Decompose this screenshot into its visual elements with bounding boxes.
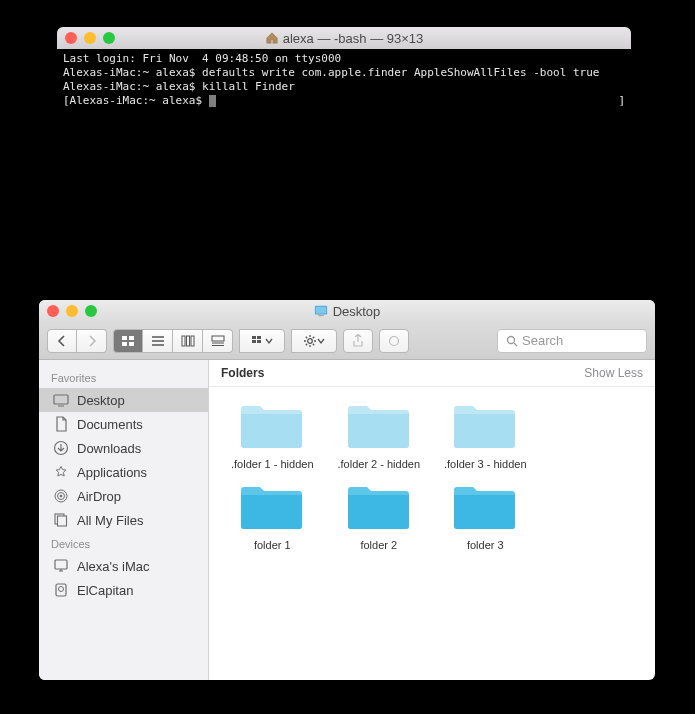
sidebar: Favorites Desktop Documents Downloads Ap… [39,360,209,680]
svg-rect-13 [257,336,261,339]
svg-point-22 [60,495,63,498]
folder-name: .folder 2 - hidden [337,458,420,470]
desktop-icon [53,392,69,408]
svg-point-27 [59,587,64,592]
folder-icon [450,480,520,535]
terminal-titlebar: alexa — -bash — 93×13 [57,27,631,49]
finder-titlebar: Desktop [39,300,655,322]
svg-rect-7 [182,336,185,346]
folder-icon [237,480,307,535]
finder-title: Desktop [39,304,655,319]
folder-icon [344,399,414,454]
terminal-body[interactable]: Last login: Fri Nov 4 09:48:50 on ttys00… [57,49,631,111]
folder-grid[interactable]: .folder 1 - hidden .folder 2 - hidden .f… [209,387,655,680]
svg-rect-24 [58,516,67,526]
gear-icon [303,334,317,348]
folder-item[interactable]: .folder 1 - hidden [219,399,326,470]
minimize-button[interactable] [66,305,78,317]
icon-view-button[interactable] [113,329,143,353]
list-icon [151,335,165,347]
sidebar-item-disk[interactable]: ElCapitan [39,578,208,602]
document-icon [53,416,69,432]
back-button[interactable] [47,329,77,353]
svg-rect-5 [122,342,127,346]
folder-item[interactable]: .folder 3 - hidden [432,399,539,470]
close-button[interactable] [65,32,77,44]
sidebar-item-allfiles[interactable]: All My Files [39,508,208,532]
folder-name: .folder 1 - hidden [231,458,314,470]
folder-icon [237,399,307,454]
finder-toolbar: Search [39,322,655,360]
sidebar-header-devices: Devices [39,532,208,554]
column-view-button[interactable] [173,329,203,353]
allfiles-icon [53,512,69,528]
chevron-down-icon [317,335,325,347]
share-icon [352,334,364,348]
svg-point-16 [390,336,399,345]
finder-window: Desktop Search Favorites [39,300,655,680]
close-button[interactable] [47,305,59,317]
zoom-button[interactable] [85,305,97,317]
sidebar-item-label: Alexa's iMac [77,559,150,574]
terminal-line: Alexas-iMac:~ alexa$ defaults write com.… [63,66,625,80]
svg-rect-11 [252,336,256,339]
arrange-segment [239,329,285,353]
list-view-button[interactable] [143,329,173,353]
folder-item[interactable]: folder 1 [219,480,326,551]
sidebar-item-imac[interactable]: Alexa's iMac [39,554,208,578]
tags-button[interactable] [379,329,409,353]
terminal-line: [Alexas-iMac:~ alexa$ ] [63,94,625,108]
show-less-button[interactable]: Show Less [584,366,643,380]
forward-button[interactable] [77,329,107,353]
terminal-window: alexa — -bash — 93×13 Last login: Fri No… [57,27,631,273]
sidebar-item-label: All My Files [77,513,143,528]
folder-item[interactable]: folder 2 [326,480,433,551]
svg-rect-0 [315,306,327,315]
sidebar-item-label: Desktop [77,393,125,408]
sidebar-item-desktop[interactable]: Desktop [39,388,208,412]
terminal-line: Last login: Fri Nov 4 09:48:50 on ttys00… [63,52,625,66]
columns-icon [181,335,195,347]
svg-rect-10 [212,336,224,341]
cursor [209,95,216,107]
svg-rect-4 [129,336,134,340]
svg-rect-6 [129,342,134,346]
sidebar-item-downloads[interactable]: Downloads [39,436,208,460]
terminal-line: Alexas-iMac:~ alexa$ killall Finder [63,80,625,94]
action-button[interactable] [291,329,337,353]
minimize-button[interactable] [84,32,96,44]
sidebar-item-label: AirDrop [77,489,121,504]
chevron-down-icon [265,335,273,347]
svg-point-15 [308,338,313,343]
arrange-icon [251,335,265,347]
folder-item[interactable]: folder 3 [432,480,539,551]
share-button[interactable] [343,329,373,353]
sidebar-item-applications[interactable]: Applications [39,460,208,484]
search-field[interactable]: Search [497,329,647,353]
arrange-button[interactable] [239,329,285,353]
coverflow-view-button[interactable] [203,329,233,353]
folder-item[interactable]: .folder 2 - hidden [326,399,433,470]
tag-icon [387,335,401,347]
airdrop-icon [53,488,69,504]
folder-icon [450,399,520,454]
group-label: Folders [221,366,264,380]
zoom-button[interactable] [103,32,115,44]
disk-icon [53,582,69,598]
folder-name: folder 1 [254,539,291,551]
action-segment [291,329,337,353]
sidebar-item-documents[interactable]: Documents [39,412,208,436]
folder-icon [344,480,414,535]
sidebar-item-airdrop[interactable]: AirDrop [39,484,208,508]
sidebar-item-label: Documents [77,417,143,432]
svg-rect-9 [191,336,194,346]
svg-rect-1 [315,307,326,314]
svg-rect-26 [56,584,66,596]
folder-name: .folder 3 - hidden [444,458,527,470]
folder-name: folder 3 [467,539,504,551]
traffic-lights [65,32,115,44]
search-placeholder: Search [522,333,563,348]
search-icon [506,335,518,347]
sidebar-item-label: Downloads [77,441,141,456]
svg-point-17 [508,336,515,343]
